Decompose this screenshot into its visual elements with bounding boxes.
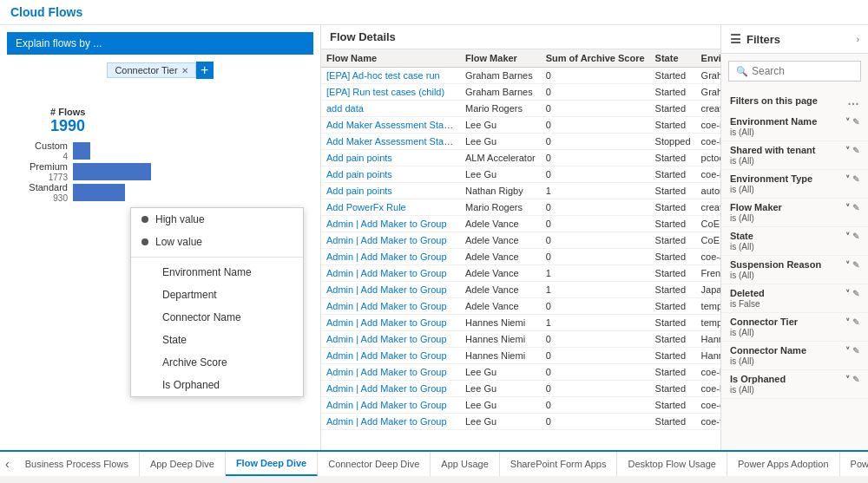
- dropdown-item[interactable]: Is Orphaned: [131, 374, 303, 396]
- filter-chevron-icon[interactable]: ˅: [845, 289, 850, 298]
- tab-prev-button[interactable]: ‹: [0, 457, 15, 471]
- dropdown-item[interactable]: Archive Score: [131, 351, 303, 374]
- flow-table-container[interactable]: Flow NameFlow MakerSum of Archive ScoreS…: [321, 49, 720, 431]
- bottom-tab[interactable]: Flow Deep Dive: [226, 452, 318, 476]
- flow-name-cell[interactable]: Add Maker Assessment Starter Data: [321, 117, 460, 134]
- filter-edit-icon[interactable]: ✎: [852, 174, 859, 184]
- filter-chevron-icon[interactable]: ˅: [845, 260, 850, 270]
- filter-icons: ˅ ✎: [845, 317, 859, 327]
- filter-item: Shared with tenant ˅ ✎ is (All): [721, 141, 868, 170]
- flow-env-cell: coe-byodl-components-dev: [696, 364, 720, 381]
- flow-name-cell[interactable]: Admin | Add Maker to Group: [321, 249, 460, 265]
- bottom-tab[interactable]: Desktop Flow Usage: [617, 452, 727, 476]
- filter-edit-icon[interactable]: ✎: [852, 232, 859, 241]
- flow-name-cell[interactable]: Add PowerFx Rule: [321, 199, 460, 216]
- flow-name-cell[interactable]: Add pain points: [321, 183, 460, 199]
- flow-name-cell[interactable]: Admin | Add Maker to Group: [321, 348, 460, 364]
- filter-edit-icon[interactable]: ✎: [852, 346, 859, 356]
- filter-chevron-icon[interactable]: ˅: [845, 317, 850, 327]
- flow-name-cell[interactable]: Add pain points: [321, 166, 460, 183]
- flow-name-cell[interactable]: Add pain points: [321, 150, 460, 166]
- bar-label: Premium1773: [7, 161, 68, 182]
- filters-more-icon[interactable]: …: [847, 94, 859, 108]
- dropdown-item[interactable]: High value: [131, 208, 303, 231]
- flow-name-cell[interactable]: Admin | Add Maker to Group: [321, 397, 460, 414]
- flow-env-cell: coe-core-components-dev: [696, 397, 720, 414]
- flow-state-cell: Started: [650, 249, 696, 265]
- flow-name-cell[interactable]: Admin | Add Maker to Group: [321, 364, 460, 381]
- filter-item: Connector Name ˅ ✎ is (All): [721, 342, 868, 370]
- flow-name-cell[interactable]: Add Maker Assessment Starter Data: [321, 134, 460, 150]
- dropdown-item[interactable]: Environment Name: [131, 261, 303, 284]
- right-panel: ☰ Filters › 🔍 Filters on this page … Env…: [720, 25, 868, 450]
- filter-edit-icon[interactable]: ✎: [852, 289, 859, 298]
- connector-tier-chip[interactable]: Connector Tier ✕: [107, 62, 195, 78]
- flow-name-cell[interactable]: Admin | Add Maker to Group: [321, 331, 460, 348]
- filter-item: Environment Name ˅ ✎ is (All): [721, 113, 868, 141]
- flow-name-cell[interactable]: Admin | Add Maker to Group: [321, 282, 460, 298]
- search-input-wrapper[interactable]: 🔍: [728, 61, 861, 82]
- add-bar-button[interactable]: +: [196, 62, 214, 79]
- filter-chevron-icon[interactable]: ˅: [845, 375, 850, 384]
- flow-state-cell: Started: [650, 68, 696, 84]
- filter-chevron-icon[interactable]: ˅: [845, 174, 850, 184]
- flow-name-cell[interactable]: Admin | Add Maker to Group: [321, 265, 460, 282]
- bottom-tab[interactable]: SharePoint Form Apps: [500, 452, 618, 476]
- flow-name-cell[interactable]: Admin | Add Maker to Group: [321, 232, 460, 249]
- flows-value: 1990: [50, 117, 85, 135]
- bottom-tab[interactable]: Connector Deep Dive: [318, 452, 431, 476]
- filters-expand-icon[interactable]: ›: [857, 35, 859, 44]
- bottom-tab[interactable]: Business Process Flows: [15, 452, 140, 476]
- filter-item-header: Suspension Reason ˅ ✎: [730, 259, 859, 270]
- filter-chevron-icon[interactable]: ˅: [845, 232, 850, 241]
- bar[interactable]: [73, 163, 151, 180]
- bottom-tab[interactable]: App Usage: [431, 452, 499, 476]
- filter-chevron-icon[interactable]: ˅: [845, 117, 850, 127]
- flow-name-cell[interactable]: [EPA] Run test cases (child): [321, 84, 460, 101]
- table-column-header[interactable]: Environment Name: [696, 49, 720, 68]
- bottom-tabs: ‹ Business Process FlowsApp Deep DiveFlo…: [0, 450, 868, 476]
- chip-close-icon[interactable]: ✕: [181, 66, 188, 75]
- bar[interactable]: [73, 142, 90, 160]
- filter-edit-icon[interactable]: ✎: [852, 203, 859, 212]
- flow-name-cell[interactable]: Admin | Add Maker to Group: [321, 298, 460, 315]
- dropdown-item[interactable]: Connector Name: [131, 306, 303, 329]
- bottom-tab[interactable]: App Deep Dive: [140, 452, 226, 476]
- filter-chevron-icon[interactable]: ˅: [845, 346, 850, 356]
- main-content: Explain flows by ... Connector Tier ✕ + …: [0, 25, 868, 450]
- flow-name-cell[interactable]: add data: [321, 101, 460, 117]
- flow-state-cell: Started: [650, 265, 696, 282]
- filter-chevron-icon[interactable]: ˅: [845, 203, 850, 212]
- bottom-tab[interactable]: Power Apps Adoption: [727, 452, 840, 476]
- bar[interactable]: [73, 184, 125, 201]
- flow-name-cell[interactable]: Admin | Add Maker to Group: [321, 381, 460, 397]
- filter-edit-icon[interactable]: ✎: [852, 146, 859, 155]
- flow-score-cell: 0: [541, 199, 650, 216]
- dropdown-item[interactable]: Department: [131, 284, 303, 306]
- filters-on-page-text: Filters on this page: [730, 95, 818, 106]
- search-input[interactable]: [752, 65, 853, 77]
- flow-name-cell[interactable]: [EPA] Ad-hoc test case run: [321, 68, 460, 84]
- flow-env-cell: Hannes Niemi's Environment: [696, 348, 720, 364]
- filter-edit-icon[interactable]: ✎: [852, 375, 859, 384]
- table-column-header[interactable]: State: [650, 49, 696, 68]
- flows-label: # Flows: [50, 107, 85, 117]
- dropdown-item[interactable]: State: [131, 329, 303, 351]
- filter-edit-icon[interactable]: ✎: [852, 260, 859, 270]
- table-row: Add Maker Assessment Starter Data Lee Gu…: [321, 134, 720, 150]
- table-column-header[interactable]: Flow Name: [321, 49, 460, 68]
- flow-env-cell: temp - remove CC: [696, 298, 720, 315]
- flow-name-cell[interactable]: Admin | Add Maker to Group: [321, 430, 460, 432]
- table-column-header[interactable]: Sum of Archive Score: [541, 49, 650, 68]
- dropdown-item[interactable]: Low value: [131, 231, 303, 253]
- table-column-header[interactable]: Flow Maker: [460, 49, 541, 68]
- flow-name-cell[interactable]: Admin | Add Maker to Group: [321, 216, 460, 232]
- filter-edit-icon[interactable]: ✎: [852, 317, 859, 327]
- filter-edit-icon[interactable]: ✎: [852, 117, 859, 127]
- flow-name-cell[interactable]: Admin | Add Maker to Group: [321, 315, 460, 331]
- table-row: Admin | Add Maker to Group Lee Gu 0 Star…: [321, 381, 720, 397]
- filter-chevron-icon[interactable]: ˅: [845, 146, 850, 155]
- table-row: Admin | Add Maker to Group Adele Vance 0…: [321, 298, 720, 315]
- bottom-tab[interactable]: Power: [840, 452, 868, 476]
- flow-name-cell[interactable]: Admin | Add Maker to Group: [321, 414, 460, 430]
